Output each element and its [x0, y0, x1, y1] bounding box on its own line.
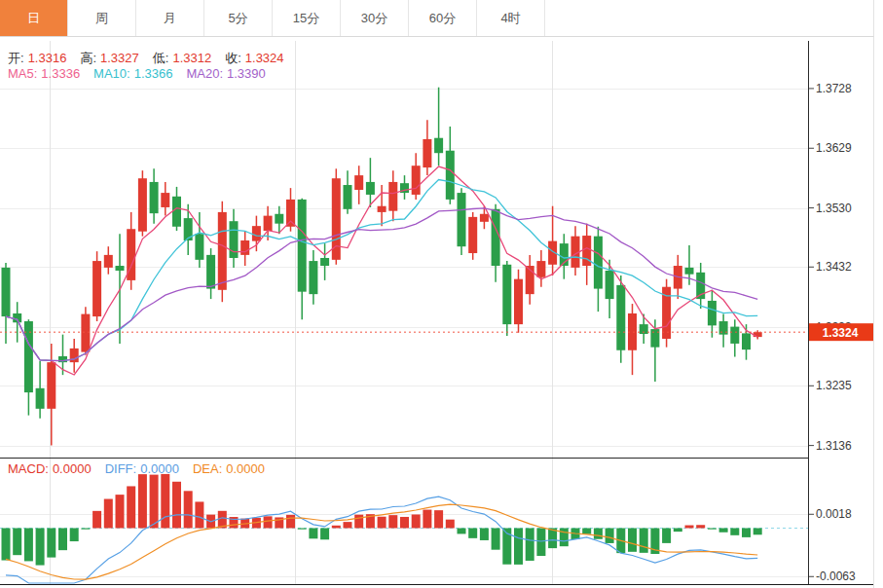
current-price-badge-value: 1.3324: [823, 326, 859, 340]
tab-5min[interactable]: 5分: [204, 0, 273, 36]
diff-label: DIFF:: [105, 461, 137, 476]
ma20-label: MA20:: [186, 66, 223, 81]
ma10-label: MA10:: [93, 66, 130, 81]
diff-value: 0.0000: [140, 461, 179, 476]
price-axis-label: 1.3530: [816, 202, 852, 215]
tab-month[interactable]: 月: [136, 0, 204, 36]
price-axis-label: 1.3432: [816, 260, 852, 274]
ma-info: MA5:1.3336MA10:1.3366MA20:1.3390: [8, 66, 270, 81]
current-price-badge: 1.3324: [809, 323, 873, 341]
close-label: 收:: [225, 51, 241, 65]
ma5-value: 1.3336: [41, 66, 80, 81]
candlesticks[interactable]: [2, 88, 762, 446]
ma10-value: 1.3366: [134, 66, 173, 81]
tab-30min[interactable]: 30分: [341, 0, 409, 36]
macd-axis-label: 0.0018: [816, 507, 852, 521]
tab-15min[interactable]: 15分: [273, 0, 341, 36]
macd-axis-label: -0.0063: [816, 570, 856, 583]
macd-histogram: [2, 474, 762, 566]
price-axis: 1.37281.36291.35301.34321.33331.32351.31…: [809, 82, 852, 453]
timeframe-tabs: 日周月5分15分30分60分4时: [0, 0, 874, 37]
dea-label: DEA:: [193, 461, 222, 476]
ma5-label: MA5:: [8, 66, 37, 81]
high-value: 1.3327: [100, 51, 139, 65]
close-value: 1.3324: [245, 51, 284, 65]
price-axis-label: 1.3728: [816, 82, 852, 95]
tab-4hour[interactable]: 4时: [477, 0, 545, 36]
price-axis-label: 1.3235: [816, 379, 852, 392]
kline-chart-canvas[interactable]: 1.37281.36291.35301.34321.33331.32351.31…: [0, 0, 883, 588]
low-value: 1.3312: [172, 51, 211, 65]
ma20-line: [6, 208, 757, 361]
open-label: 开:: [8, 51, 24, 65]
ma20-value: 1.3390: [227, 66, 266, 81]
tab-week[interactable]: 周: [68, 0, 136, 36]
tab-day[interactable]: 日: [0, 0, 68, 36]
macd-label: MACD:: [8, 461, 49, 476]
open-value: 1.3316: [28, 51, 67, 65]
macd-info: MACD:0.0000DIFF:0.0000DEA:0.0000: [8, 461, 269, 476]
low-label: 低:: [153, 51, 169, 65]
dea-value: 0.0000: [226, 461, 265, 476]
tab-60min[interactable]: 60分: [409, 0, 477, 36]
macd-axis: 0.0018-0.0063: [809, 507, 856, 583]
ohlc-info: 开:1.3316高:1.3327低:1.3312收:1.3324: [8, 50, 288, 67]
tabbar-filler: [545, 0, 873, 36]
macd-value: 0.0000: [53, 461, 92, 476]
high-label: 高:: [80, 51, 96, 65]
price-axis-label: 1.3136: [816, 439, 852, 453]
price-axis-label: 1.3629: [816, 141, 852, 155]
